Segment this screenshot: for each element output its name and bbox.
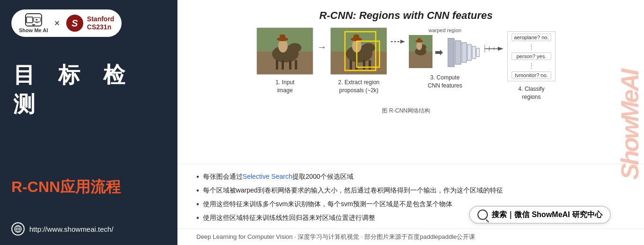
step3-wrapper: warped region — [409, 27, 481, 70]
stanford-label: Stanford CS231n — [87, 15, 115, 31]
rcnn-diagram: R-CNN: Regions with CNN features — [196, 9, 616, 115]
step1-image — [256, 27, 313, 75]
showmeai-logo: Show Me AI — [19, 13, 48, 33]
stanford-s-logo: S — [66, 15, 83, 32]
warped-label: warped region — [428, 27, 461, 33]
svg-rect-48 — [468, 44, 471, 61]
diagram-section: R-CNN: Regions with CNN features — [177, 0, 644, 164]
sidebar: Show Me AI × S Stanford CS231n 目 标 检 测 R… — [0, 0, 177, 245]
step1-svg — [257, 28, 313, 75]
diagram-caption: 图 R-CNN网络结构 — [382, 107, 430, 115]
classify-dots-top: ⋮ — [512, 43, 551, 51]
svg-rect-46 — [455, 41, 461, 64]
svg-rect-49 — [472, 46, 476, 59]
bullet-3-text: 使用这些特征来训练多个svm来识别物体，每个svm预测一个区域是不是包含某个物体 — [203, 199, 452, 209]
step2-label: 2. Extract regionproposals (~2k) — [338, 79, 379, 95]
search-icon — [477, 210, 488, 220]
bullet-1-highlight: Selective Search — [243, 173, 292, 180]
cnn-layers-svg: CNN — [448, 36, 481, 69]
svg-text:CNN: CNN — [459, 68, 470, 69]
diagram-step-2: 2. Extract regionproposals (~2k) — [330, 27, 387, 95]
bullet-4-text: 使用这些区域特征来训练线性回归器来对区域位置进行调整 — [203, 213, 375, 223]
stanford-name: Stanford — [87, 15, 115, 23]
svg-rect-45 — [448, 38, 454, 67]
cnn-arrow-svg — [435, 49, 443, 56]
diagram-step-1: 1. Inputimage — [256, 27, 313, 95]
bullet-1: • 每张图会通过Selective Search提取2000个候选区域 — [196, 172, 616, 183]
diagram-title: R-CNN: Regions with CNN features — [319, 9, 493, 22]
diagram-flow: 1. Inputimage → — [256, 27, 555, 101]
website-link-icon — [11, 222, 25, 236]
svg-point-23 — [362, 43, 375, 52]
svg-point-11 — [288, 43, 301, 52]
bottom-bar-text: Deep Learning for Computer Vision · 深度学习… — [196, 233, 475, 241]
bullets-section: • 每张图会通过Selective Search提取2000个候选区域 • 每个… — [177, 164, 644, 228]
svg-marker-53 — [498, 47, 503, 51]
classify-item-1: aeroplane? no. — [512, 34, 551, 41]
website-url: http://www.showmeai.tech/ — [29, 225, 114, 233]
dashed-arrow-svg — [391, 37, 405, 46]
arrow-2-container — [391, 27, 405, 46]
warped-svg — [409, 35, 432, 68]
svg-rect-47 — [462, 43, 467, 62]
svg-rect-28 — [350, 60, 352, 70]
arrow-3-svg — [485, 44, 503, 53]
warped-image — [409, 35, 432, 70]
step1-label: 1. Inputimage — [275, 79, 294, 95]
svg-rect-19 — [295, 60, 297, 70]
svg-rect-16 — [276, 60, 278, 70]
svg-rect-50 — [476, 48, 479, 57]
logo-area: Show Me AI × S Stanford CS231n — [11, 9, 122, 37]
classify-item-2: person? yes. — [512, 52, 551, 60]
website-link[interactable]: http://www.showmeai.tech/ — [11, 222, 114, 236]
bullet-2: • 每个区域被warped到卷积网络要求的输入大小，然后通过卷积网络得到一个输出… — [196, 185, 616, 196]
arrow-3-wrapper — [485, 27, 503, 53]
bullet-dot-1: • — [196, 171, 199, 183]
classify-container: aeroplane? no. ⋮ person? yes. ⋮ tvmonito… — [507, 31, 555, 81]
svg-marker-3 — [36, 19, 38, 21]
bullet-dot-4: • — [196, 212, 199, 224]
cross-icon: × — [54, 18, 60, 28]
bullet-dot-2: • — [196, 185, 199, 196]
svg-marker-44 — [435, 50, 443, 55]
step3-label: 3. ComputeCNN features — [428, 74, 462, 90]
bottom-bar: Deep Learning for Computer Vision · 深度学习… — [177, 228, 644, 245]
bullet-2-text: 每个区域被warped到卷积网络要求的输入大小，然后通过卷积网络得到一个输出，作… — [203, 185, 503, 195]
logo-icon-triangle — [32, 24, 35, 26]
svg-rect-27 — [353, 35, 359, 40]
svg-marker-35 — [400, 40, 405, 44]
arrow-1: → — [317, 27, 326, 52]
svg-rect-17 — [282, 60, 284, 70]
diagram-step-4: aeroplane? no. ⋮ person? yes. ⋮ tvmonito… — [507, 27, 555, 101]
classify-box: aeroplane? no. ⋮ person? yes. ⋮ tvmonito… — [507, 31, 555, 81]
svg-rect-30 — [363, 60, 365, 70]
search-box[interactable]: 搜索｜微信 ShowMeAI 研究中心 — [469, 206, 611, 224]
classify-item-3: tvmonitor? no. — [512, 71, 551, 79]
step4-label: 4. Classifyregions — [518, 85, 544, 101]
search-text: 搜索｜微信 ShowMeAI 研究中心 — [492, 210, 602, 220]
cnn-layers: CNN — [448, 36, 481, 69]
bullet-1-text: 每张图会通过Selective Search提取2000个候选区域 — [203, 172, 353, 182]
svg-rect-43 — [417, 38, 421, 42]
svg-rect-18 — [289, 60, 291, 70]
step2-svg — [331, 28, 387, 75]
showmeai-label: Show Me AI — [19, 27, 48, 33]
classify-dots-mid: ⋮ — [512, 62, 551, 70]
svg-rect-31 — [369, 60, 371, 70]
showmeai-logo-icon — [25, 13, 42, 26]
svg-rect-15 — [280, 35, 285, 40]
step2-image — [330, 27, 387, 75]
step3-row: CNN — [409, 35, 481, 70]
diagram-step-3: warped region — [409, 27, 481, 90]
globe-svg — [14, 225, 22, 233]
content-area: ShowMeAI R-CNN: Regions with CNN feature… — [177, 0, 644, 245]
diagram-title-text: R-CNN: Regions with CNN features — [319, 9, 493, 21]
page-title: 目 标 检 测 — [11, 61, 166, 119]
bullet-dot-3: • — [196, 199, 199, 210]
stanford-course: CS231n — [87, 23, 111, 31]
monitor-svg — [33, 17, 41, 23]
